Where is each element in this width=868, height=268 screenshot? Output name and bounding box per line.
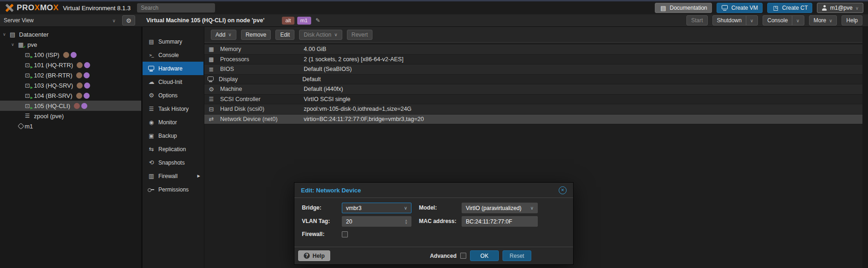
hardware-row[interactable]: BIOS Default (SeaBIOS) xyxy=(204,64,862,75)
edit-tags-icon[interactable] xyxy=(314,17,322,24)
vm-nav-item[interactable]: Backup xyxy=(143,129,203,142)
tag-color-dot xyxy=(81,103,87,109)
hardware-row-value: 2 (1 sockets, 2 cores) [x86-64-v2-AES] xyxy=(304,56,404,63)
vm-nav-item[interactable]: Options xyxy=(143,89,203,102)
create-vm-button[interactable]: Create VM xyxy=(717,3,763,13)
hardware-toolbar-button[interactable]: Remove xyxy=(241,30,271,40)
help-button[interactable]: Help xyxy=(298,250,330,261)
hardware-toolbar-button[interactable]: Add ∨ xyxy=(211,30,236,40)
hardware-row[interactable]: Hard Disk (scsi0) zpool:vm-105-disk-0,io… xyxy=(204,104,862,115)
vm-action-button[interactable]: Help xyxy=(842,15,862,26)
ok-button[interactable]: OK xyxy=(470,250,499,261)
hardware-toolbar-button[interactable]: Disk Action ∨ xyxy=(299,30,342,40)
tree-item-label: 105 (HQ-CLI) xyxy=(34,102,70,109)
vm-action-button[interactable]: Start xyxy=(686,15,707,26)
advanced-label: Advanced xyxy=(430,253,457,259)
hardware-row[interactable]: SCSI Controller VirtIO SCSI single xyxy=(204,95,862,105)
tag-color-dot xyxy=(71,52,77,58)
vm-action-button[interactable]: More ∨ xyxy=(809,15,837,26)
spinner-arrows-icon[interactable] xyxy=(405,219,407,224)
nav-item-icon xyxy=(148,173,155,179)
tree-item[interactable]: 100 (ISP) xyxy=(0,50,141,60)
create-ct-button[interactable]: Create CT xyxy=(767,3,812,13)
question-icon xyxy=(304,253,310,259)
monitor-icon xyxy=(722,5,728,9)
edit-network-device-dialog: Edit: Network Device Bridge: vmbr3 ∨ Mod… xyxy=(294,182,574,265)
tree-item-icon xyxy=(24,113,31,119)
button-label: Help xyxy=(846,17,858,24)
vm-nav-item[interactable]: Snapshots xyxy=(143,156,203,169)
tree-item-icon xyxy=(24,62,31,68)
hardware-row[interactable]: Network Device (net0) virtio=BC:24:11:72… xyxy=(204,115,862,125)
tag-badge: m1 xyxy=(297,17,311,25)
tree-item[interactable]: 103 (HQ-SRV) xyxy=(0,80,141,90)
tree-item[interactable]: 104 (BR-SRV) xyxy=(0,90,141,101)
hardware-row[interactable]: Memory 4.00 GiB xyxy=(204,45,862,55)
vm-action-button[interactable]: Console ∨ xyxy=(763,15,804,26)
vm-nav-item[interactable]: Console xyxy=(143,48,203,62)
user-menu-button[interactable]: m1@pve ∨ xyxy=(817,3,863,13)
vm-nav-item[interactable]: Firewall ▶ xyxy=(143,169,203,183)
reset-button[interactable]: Reset xyxy=(503,250,531,261)
tree-item[interactable]: zpool (pve) xyxy=(0,111,141,121)
hardware-row-icon xyxy=(208,77,214,81)
firewall-checkbox[interactable] xyxy=(342,231,348,237)
tag-color-dot xyxy=(77,62,83,68)
tree-item[interactable]: 105 (HQ-CLI) xyxy=(0,101,141,111)
vm-nav-item[interactable]: Replication xyxy=(143,142,203,156)
nav-item-icon xyxy=(148,38,155,45)
bridge-combobox[interactable]: vmbr3 ∨ xyxy=(342,203,411,213)
hardware-toolbar: Add ∨ Remove Edit Disk Action ∨ xyxy=(204,27,862,43)
hardware-row-icon xyxy=(208,66,215,72)
tree-expander-icon[interactable]: ∨ xyxy=(3,32,9,37)
tree-expander-icon[interactable]: ∨ xyxy=(11,42,17,47)
hardware-row[interactable]: Processors 2 (1 sockets, 2 cores) [x86-6… xyxy=(204,55,862,65)
search-input[interactable] xyxy=(137,3,215,13)
advanced-checkbox[interactable] xyxy=(460,253,466,259)
hardware-toolbar-button[interactable]: Edit xyxy=(275,30,294,40)
nav-item-label: Monitor xyxy=(158,119,177,126)
vlan-tag-spinner[interactable]: 20 xyxy=(342,216,411,227)
tree-item[interactable]: m1 xyxy=(0,121,141,131)
hardware-toolbar-button[interactable]: Revert xyxy=(347,30,372,40)
chevron-down-icon: ∨ xyxy=(829,18,832,23)
hardware-row-icon xyxy=(208,86,215,92)
tree-item[interactable]: ∨ Datacenter xyxy=(0,29,141,39)
vm-action-button[interactable]: Shutdown ∨ xyxy=(712,15,758,26)
tag-color-dot xyxy=(63,52,69,58)
mac-address-label: MAC address: xyxy=(419,216,457,227)
tag-color-dot xyxy=(77,83,83,89)
view-selector-combobox[interactable]: Server View ∨ xyxy=(0,14,119,26)
model-combobox[interactable]: VirtIO (paravirtualized) ∨ xyxy=(462,203,538,213)
vm-nav-item[interactable]: Summary xyxy=(143,35,203,48)
documentation-button[interactable]: Documentation xyxy=(655,3,712,13)
vm-action-toolbar: Start Shutdown ∨ Console ∨ More xyxy=(686,15,862,26)
tree-settings-button[interactable] xyxy=(122,15,135,26)
tag-color-dot xyxy=(84,72,90,78)
brand-wordmark: PROXMOX xyxy=(17,3,59,13)
mac-address-field[interactable]: BC:24:11:72:77:0F xyxy=(462,216,538,227)
dialog-header[interactable]: Edit: Network Device xyxy=(294,183,573,198)
vm-nav-item[interactable]: Permissions xyxy=(143,183,203,196)
hardware-row[interactable]: Machine Default (i440fx) xyxy=(204,84,862,95)
tree-item-icon xyxy=(24,102,31,109)
gear-icon xyxy=(126,17,131,24)
user-icon xyxy=(822,5,827,11)
chevron-down-icon[interactable]: ∨ xyxy=(530,205,534,211)
chevron-down-icon: ∨ xyxy=(855,6,859,11)
chevron-down-icon: ∨ xyxy=(112,18,116,23)
hardware-row-icon xyxy=(208,96,215,102)
scrollbar-gutter[interactable] xyxy=(862,27,868,268)
tree-item[interactable]: 102 (BR-RTR) xyxy=(0,70,141,80)
chevron-down-icon: ∨ xyxy=(228,32,231,37)
hardware-row[interactable]: Display Default xyxy=(204,75,862,85)
chevron-down-icon[interactable]: ∨ xyxy=(404,205,407,211)
vm-nav-item[interactable]: Hardware xyxy=(143,62,203,75)
vm-nav-item[interactable]: Cloud-Init xyxy=(143,75,203,89)
vm-nav-item[interactable]: Task History xyxy=(143,102,203,115)
tree-item[interactable]: ∨ pve xyxy=(0,39,141,50)
tree-item-icon xyxy=(24,82,31,89)
tree-item[interactable]: 101 (HQ-RTR) xyxy=(0,60,141,70)
vm-nav-item[interactable]: Monitor xyxy=(143,115,203,129)
close-icon[interactable] xyxy=(559,186,567,194)
